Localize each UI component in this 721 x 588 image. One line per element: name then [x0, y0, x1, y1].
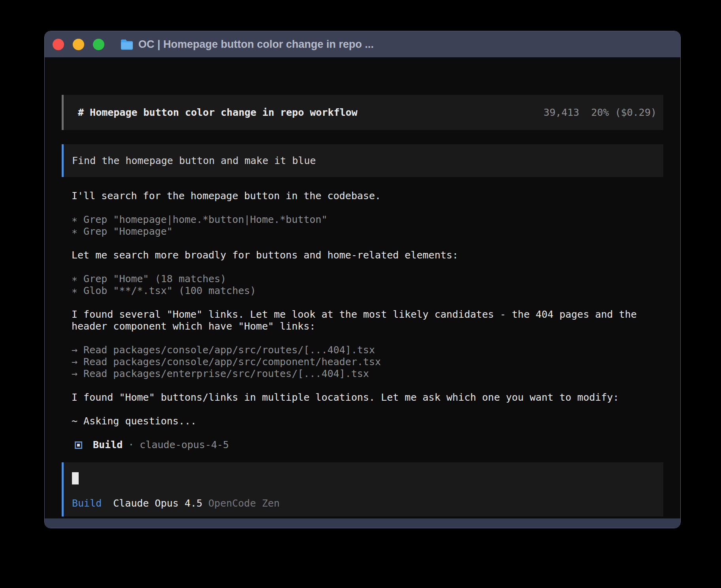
- tool-call-read: → Read packages/console/app/src/componen…: [72, 356, 653, 368]
- tool-call-group: ∗ Grep "Home" (18 matches) ∗ Glob "**/*.…: [72, 273, 653, 297]
- agent-model: claude-opus-4-5: [140, 439, 229, 451]
- input-model-label: Claude Opus 4.5: [113, 498, 202, 509]
- minimize-button[interactable]: [73, 39, 84, 50]
- session-title: # Homepage button color change in repo w…: [78, 107, 357, 118]
- assistant-transcript: I'll search for the homepage button in t…: [72, 190, 653, 463]
- agent-separator: ·: [128, 439, 134, 451]
- assistant-status-text: ~ Asking questions...: [72, 415, 653, 427]
- tool-call-group: → Read packages/console/app/src/routes/[…: [72, 344, 653, 380]
- terminal-content: # Homepage button color change in repo w…: [45, 57, 680, 519]
- folder-icon: [120, 39, 134, 50]
- tool-call-grep: ∗ Grep "Home" (18 matches): [72, 273, 653, 285]
- agent-badge: Build · claude-opus-4-5: [72, 439, 653, 451]
- user-message-text: Find the homepage button and make it blu…: [72, 155, 316, 166]
- assistant-text: I'll search for the homepage button in t…: [72, 190, 653, 202]
- tool-call-glob: ∗ Glob "**/*.tsx" (100 matches): [72, 285, 653, 297]
- assistant-text: I found "Home" buttons/links in multiple…: [72, 392, 653, 403]
- session-header: # Homepage button color change in repo w…: [62, 95, 663, 130]
- prompt-input[interactable]: Build Claude Opus 4.5 OpenCode Zen: [62, 462, 663, 516]
- context-usage-and-cost: 20% ($0.29): [591, 107, 657, 118]
- tool-call-group: ∗ Grep "homepage|home.*button|Home.*butt…: [72, 214, 653, 237]
- session-stats: 39,413 20% ($0.29): [544, 107, 657, 118]
- titlebar: OC | Homepage button color change in rep…: [45, 31, 680, 57]
- input-mode-label: Build: [72, 498, 102, 509]
- agent-task-icon: [75, 441, 82, 449]
- tool-call-grep: ∗ Grep "Homepage": [72, 226, 653, 237]
- input-meta: Build Claude Opus 4.5 OpenCode Zen: [72, 498, 655, 509]
- agent-name: Build: [93, 439, 123, 451]
- traffic-lights: [53, 39, 104, 50]
- tool-call-read: → Read packages/enterprise/src/routes/[.…: [72, 368, 653, 380]
- window-title: OC | Homepage button color change in rep…: [138, 38, 374, 51]
- tool-call-grep: ∗ Grep "homepage|home.*button|Home.*butt…: [72, 214, 653, 226]
- terminal-window: OC | Homepage button color change in rep…: [44, 31, 681, 528]
- input-provider-label: OpenCode Zen: [208, 498, 280, 509]
- close-button[interactable]: [53, 39, 64, 50]
- user-message: Find the homepage button and make it blu…: [62, 144, 663, 177]
- token-count: 39,413: [544, 107, 579, 118]
- tool-call-read: → Read packages/console/app/src/routes/[…: [72, 344, 653, 356]
- assistant-text: I found several "Home" links. Let me loo…: [72, 309, 653, 332]
- zoom-button[interactable]: [93, 39, 104, 50]
- assistant-text: Let me search more broadly for buttons a…: [72, 249, 653, 261]
- window-bottom-strip: [45, 518, 680, 528]
- text-cursor: [72, 472, 79, 484]
